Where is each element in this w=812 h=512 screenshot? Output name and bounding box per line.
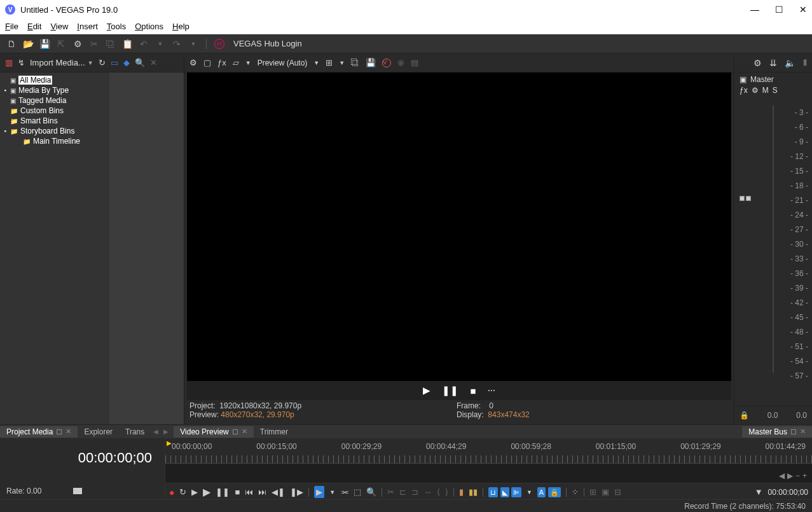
lock-icon[interactable]: 🔒 bbox=[740, 411, 749, 420]
preview-settings-icon[interactable]: ⚙ bbox=[189, 58, 197, 67]
master-solo-button[interactable]: S bbox=[773, 86, 778, 95]
tab-scroll-right-icon[interactable]: ▶ bbox=[161, 428, 171, 435]
minimize-button[interactable]: — bbox=[750, 4, 759, 15]
close-tab-icon[interactable]: ✕ bbox=[65, 427, 71, 436]
more-options-icon[interactable]: ⋯ bbox=[488, 386, 495, 395]
trim-end-tool[interactable]: ⊐ bbox=[411, 487, 418, 497]
scopes-icon[interactable]: ▤ bbox=[411, 58, 418, 67]
zoom-out-icon[interactable]: − bbox=[795, 471, 800, 480]
play-button[interactable]: ▶ bbox=[423, 385, 430, 396]
tab-trimmer[interactable]: Trimmer bbox=[254, 426, 294, 438]
play-button[interactable]: ▶ bbox=[203, 486, 210, 498]
selection-tool[interactable]: ⬚ bbox=[354, 487, 361, 497]
master-automation-icon[interactable]: ⚙ bbox=[752, 86, 759, 95]
cursor-position[interactable]: 00:00:00;00 bbox=[768, 488, 808, 497]
enable-snapping-button[interactable]: ⊔ bbox=[488, 487, 498, 497]
menu-tools[interactable]: Tools bbox=[107, 22, 126, 31]
fader-track[interactable] bbox=[773, 106, 774, 373]
hub-icon[interactable]: H bbox=[214, 39, 224, 49]
mixer-settings-icon[interactable]: ⚙ bbox=[754, 58, 762, 68]
tool-dropdown-icon[interactable]: ▼ bbox=[329, 489, 335, 495]
scroll-left-icon[interactable]: ◀ bbox=[779, 471, 785, 480]
save-snapshot-icon[interactable]: 💾 bbox=[366, 58, 376, 67]
timeline-ruler[interactable]: ▶ 00:00:00;0000:00:15;0000:00:29;2900:00… bbox=[165, 438, 812, 464]
split-screen-icon[interactable]: ▱ bbox=[233, 58, 239, 67]
master-output-icon[interactable]: ▣ bbox=[740, 75, 747, 84]
close-button[interactable]: ✕ bbox=[799, 4, 807, 15]
mark-out-tool[interactable]: ⟩ bbox=[445, 487, 448, 497]
render-icon[interactable]: ⇱ bbox=[56, 39, 66, 49]
ignore-grouping-button[interactable]: ⁘ bbox=[572, 487, 579, 497]
normal-edit-tool[interactable]: ▶ bbox=[314, 486, 324, 498]
close-tab-icon[interactable]: ✕ bbox=[800, 427, 806, 436]
master-mute-button[interactable]: M bbox=[762, 86, 769, 95]
go-end-button[interactable]: ⏭ bbox=[258, 487, 266, 497]
fader-handles[interactable] bbox=[740, 196, 751, 201]
video-preview-area[interactable] bbox=[187, 73, 731, 381]
menu-help[interactable]: Help bbox=[172, 22, 189, 31]
slip-tool[interactable]: ↔ bbox=[423, 487, 432, 497]
playhead-icon[interactable]: ▶ bbox=[167, 439, 172, 446]
auto-crossfade-button[interactable]: A bbox=[537, 487, 546, 497]
screen-icon[interactable]: ▭ bbox=[111, 58, 118, 67]
tree-media-by-type[interactable]: ▪▣Media By Type bbox=[1, 85, 108, 95]
marker-position-icon[interactable]: ▼ bbox=[755, 487, 763, 497]
video-fx-icon[interactable]: ƒx bbox=[217, 58, 226, 67]
redo-dropdown-icon[interactable]: ▼ bbox=[188, 39, 198, 49]
stop-button[interactable]: ■ bbox=[235, 487, 240, 497]
external-preview-icon[interactable]: ▢ bbox=[203, 58, 211, 67]
timeline-tracks[interactable] bbox=[165, 464, 812, 483]
faders-icon[interactable]: ⫴ bbox=[803, 57, 807, 68]
master-fx-icon[interactable]: ƒx bbox=[740, 86, 748, 95]
redo-icon[interactable]: ↷ bbox=[172, 39, 182, 49]
menu-insert[interactable]: Insert bbox=[77, 22, 98, 31]
search-icon[interactable]: 🔍 bbox=[135, 58, 145, 67]
grid-view-icon[interactable]: ▥ bbox=[5, 58, 13, 67]
overlays-icon[interactable]: ⊞ bbox=[326, 58, 333, 67]
import-dropdown-icon[interactable]: ▼ bbox=[88, 60, 93, 66]
maximize-tab-icon[interactable] bbox=[233, 429, 238, 434]
lock-envelopes-button[interactable]: 🔒 bbox=[548, 487, 561, 497]
tree-tagged-media[interactable]: ▣Tagged Media bbox=[1, 95, 108, 106]
go-start-button[interactable]: ⏮ bbox=[245, 487, 253, 497]
dim-output-icon[interactable]: 🔈 bbox=[785, 58, 795, 68]
tree-smart-bins[interactable]: 📁Smart Bins bbox=[1, 116, 108, 126]
ripple-dropdown-icon[interactable]: ▼ bbox=[526, 489, 532, 495]
remove-icon[interactable]: ✕ bbox=[150, 58, 157, 67]
cut-icon[interactable]: ✂ bbox=[89, 39, 99, 49]
new-project-icon[interactable]: 🗋 bbox=[6, 39, 17, 49]
mark-in-tool[interactable]: ⟨ bbox=[437, 487, 440, 497]
media-fx-icon[interactable]: ◆ bbox=[123, 58, 130, 67]
refresh-icon[interactable]: ↻ bbox=[99, 58, 106, 67]
tree-all-media[interactable]: ▣All Media bbox=[1, 75, 108, 85]
auto-ripple-button[interactable]: ⊫ bbox=[511, 487, 521, 497]
copy-snapshot-icon[interactable]: ⿻ bbox=[351, 58, 359, 67]
tab-video-preview[interactable]: Video Preview✕ bbox=[174, 426, 254, 438]
region-tool[interactable]: ▮▮ bbox=[469, 487, 478, 497]
tab-scroll-left-icon[interactable]: ◀ bbox=[151, 428, 161, 435]
zoom-in-icon[interactable]: + bbox=[802, 471, 807, 480]
color-sampler-icon[interactable]: ⊕ bbox=[397, 58, 404, 67]
shuffle-tool[interactable]: ⫘ bbox=[340, 487, 348, 497]
tab-explorer[interactable]: Explorer bbox=[78, 426, 119, 438]
tab-transitions[interactable]: Trans bbox=[119, 426, 151, 438]
quantize-frames-button[interactable]: ◣ bbox=[500, 487, 509, 497]
timeline-timecode[interactable]: 00:00:00;00 bbox=[6, 450, 158, 466]
open-project-icon[interactable]: 📂 bbox=[23, 39, 33, 49]
maximize-tab-icon[interactable] bbox=[57, 429, 62, 434]
prev-frame-button[interactable]: ◀❚ bbox=[272, 487, 285, 497]
loop-button[interactable]: ↻ bbox=[179, 487, 186, 497]
downmix-icon[interactable]: ⇊ bbox=[769, 58, 777, 68]
marker-tool[interactable]: ▮ bbox=[459, 487, 464, 497]
pause-button[interactable]: ❚❚ bbox=[442, 385, 458, 396]
create-subclip-button[interactable]: ▣ bbox=[602, 487, 609, 497]
import-media-button[interactable]: Import Media... bbox=[30, 58, 85, 67]
undo-icon[interactable]: ↶ bbox=[139, 39, 149, 49]
rate-slider[interactable] bbox=[73, 488, 82, 494]
close-tab-icon[interactable]: ✕ bbox=[242, 427, 247, 436]
menu-edit[interactable]: Edit bbox=[27, 22, 41, 31]
menu-view[interactable]: View bbox=[50, 22, 68, 31]
undo-dropdown-icon[interactable]: ▼ bbox=[155, 39, 165, 49]
properties-icon[interactable]: ⚙ bbox=[72, 39, 83, 49]
scroll-right-icon[interactable]: ▶ bbox=[787, 471, 793, 480]
